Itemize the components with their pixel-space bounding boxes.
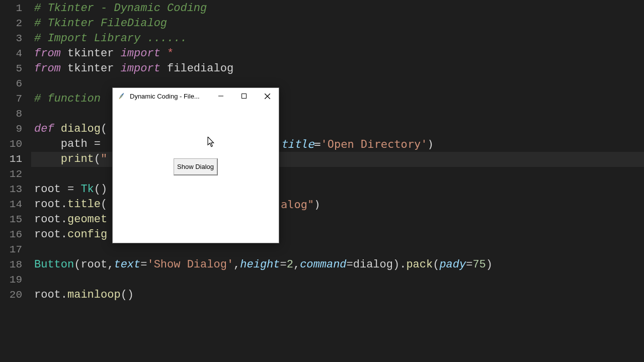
show-dialog-button[interactable]: Show Dialog <box>174 158 218 175</box>
tkinter-window: Dynamic Coding - File... Show Dialog <box>112 87 279 243</box>
line-number: 4 <box>0 46 31 61</box>
line-number: 17 <box>0 242 31 257</box>
line-number: 1 <box>0 1 31 16</box>
line-number: 14 <box>0 197 31 212</box>
minimize-button[interactable] <box>209 88 232 104</box>
close-button[interactable] <box>256 88 279 104</box>
tkinter-feather-icon <box>118 92 126 100</box>
line-number: 16 <box>0 227 31 242</box>
code-line[interactable]: from tkinter import * <box>31 46 644 61</box>
tkinter-body: Show Dialog <box>113 104 279 243</box>
line-number: 2 <box>0 16 31 31</box>
code-line[interactable]: # Tkinter FileDialog <box>31 16 644 31</box>
line-number: 7 <box>0 92 31 107</box>
code-line[interactable]: # Import Library ...... <box>31 31 644 46</box>
window-controls <box>209 88 279 104</box>
line-number-gutter: 1234567891011121314151617181920 <box>0 0 31 362</box>
line-number: 10 <box>0 137 31 152</box>
line-number: 8 <box>0 107 31 122</box>
svg-rect-1 <box>242 94 247 99</box>
line-number: 20 <box>0 288 31 303</box>
line-number: 11 <box>0 152 31 167</box>
line-number: 12 <box>0 167 31 182</box>
code-line[interactable] <box>31 273 644 288</box>
code-line[interactable]: root.mainloop() <box>31 288 644 303</box>
line-number: 19 <box>0 273 31 288</box>
code-line[interactable]: # Tkinter - Dynamic Coding <box>31 1 644 16</box>
line-number: 15 <box>0 212 31 227</box>
tkinter-titlebar[interactable]: Dynamic Coding - File... <box>113 88 279 104</box>
code-editor: 1234567891011121314151617181920 # Tkinte… <box>0 0 644 362</box>
code-fragment-line10: title='Open Directory') <box>281 137 434 152</box>
tkinter-window-title: Dynamic Coding - File... <box>130 93 209 100</box>
line-number: 5 <box>0 61 31 76</box>
line-number: 6 <box>0 76 31 92</box>
line-number: 18 <box>0 257 31 273</box>
line-number: 3 <box>0 31 31 46</box>
line-number: 13 <box>0 182 31 197</box>
code-fragment-line14: alog") <box>281 197 320 212</box>
code-line[interactable] <box>31 242 644 257</box>
code-line[interactable]: from tkinter import filedialog <box>31 61 644 76</box>
maximize-button[interactable] <box>232 88 256 104</box>
code-line[interactable]: Button(root,text='Show Dialog',height=2,… <box>31 257 644 273</box>
line-number: 9 <box>0 122 31 137</box>
